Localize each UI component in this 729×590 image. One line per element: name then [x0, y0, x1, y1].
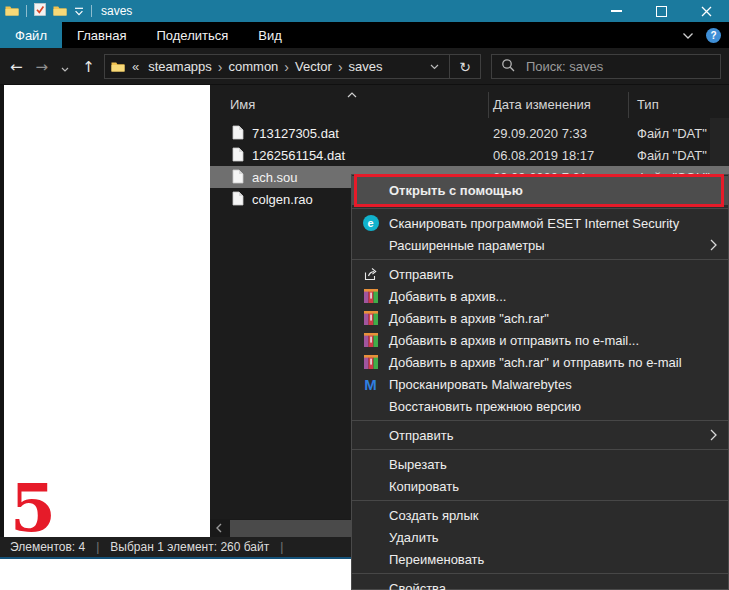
qat-separator: [91, 5, 92, 17]
close-icon: [701, 6, 712, 17]
navigation-toolbar: ← → ↑ « steamapps › common › Vector › sa…: [0, 48, 729, 85]
column-header-name[interactable]: Имя: [230, 97, 255, 112]
file-row-1262561154[interactable]: 1262561154.dat 06.08.2019 18:17 Файл "DA…: [210, 144, 729, 166]
tab-file[interactable]: Файл: [0, 22, 62, 48]
menu-item-archive-named-and-email[interactable]: Добавить в архив "ach.rar" и отправить п…: [352, 351, 728, 373]
breadcrumb-steamapps[interactable]: steamapps: [142, 59, 218, 74]
menu-separator: [352, 420, 728, 421]
selection-info: Выбран 1 элемент: 260 байт: [110, 540, 269, 554]
scroll-left-arrow-icon[interactable]: [210, 519, 228, 537]
menu-item-copy[interactable]: Копировать: [352, 475, 728, 497]
window-controls: [594, 0, 729, 22]
menu-item-create-shortcut[interactable]: Создать ярлык: [352, 504, 728, 526]
winrar-icon: [363, 332, 379, 348]
menu-item-add-to-archive-named[interactable]: Добавить в архив "ach.rar": [352, 307, 728, 329]
column-divider[interactable]: [628, 92, 629, 118]
menu-item-open-with[interactable]: Открыть с помощью: [352, 176, 728, 205]
menu-separator: [352, 259, 728, 260]
back-button[interactable]: ←: [10, 58, 23, 76]
file-name: colgen.rao: [252, 192, 313, 207]
ribbon-right-controls: ?: [682, 22, 729, 48]
new-folder-icon[interactable]: [53, 2, 67, 20]
search-icon: [501, 58, 515, 76]
menu-item-cut[interactable]: Вырезать: [352, 453, 728, 475]
maximize-button[interactable]: [639, 0, 684, 22]
menu-separator: [352, 500, 728, 501]
submenu-chevron-icon: [710, 429, 717, 441]
recent-locations-chevron-icon[interactable]: [61, 58, 69, 76]
properties-check-icon[interactable]: [34, 2, 46, 20]
share-icon: [363, 266, 379, 282]
address-dropdown-chevron-icon[interactable]: [420, 64, 449, 70]
menu-separator: [352, 208, 728, 209]
eset-icon: e: [363, 215, 379, 231]
customize-qat-chevron-icon[interactable]: [74, 2, 84, 20]
tab-view[interactable]: Вид: [243, 22, 297, 48]
tab-home[interactable]: Главная: [62, 22, 141, 48]
address-bar-right: ↻: [420, 55, 480, 78]
titlebar: saves: [0, 0, 729, 22]
column-header-date[interactable]: Дата изменения: [493, 97, 591, 112]
file-name: 1262561154.dat: [252, 148, 345, 163]
context-menu: Открыть с помощью e Сканировать программ…: [351, 174, 729, 590]
address-bar[interactable]: « steamapps › common › Vector › saves ↻: [104, 54, 481, 79]
menu-item-eset-scan[interactable]: e Сканировать программой ESET Internet S…: [352, 212, 728, 234]
refresh-button[interactable]: ↻: [450, 59, 480, 75]
status-divider: |: [280, 540, 283, 554]
column-headers: Имя Дата изменения Тип: [210, 90, 729, 118]
menu-item-send-to[interactable]: Отправить: [352, 424, 728, 446]
winrar-icon: [363, 354, 379, 370]
close-button[interactable]: [684, 0, 729, 22]
window-title: saves: [101, 4, 132, 18]
file-type: Файл "DAT": [637, 126, 707, 141]
menu-item-properties[interactable]: Свойства: [352, 577, 728, 590]
file-icon: [232, 169, 244, 184]
file-name: 713127305.dat: [252, 126, 339, 141]
search-box[interactable]: [491, 54, 721, 79]
file-row-713127305[interactable]: 713127305.dat 29.09.2020 7:33 Файл "DAT": [210, 122, 729, 144]
menu-separator: [352, 449, 728, 450]
file-date: 29.09.2020 7:33: [493, 126, 587, 141]
search-input[interactable]: [524, 58, 711, 75]
navigation-pane: 5: [4, 85, 210, 537]
column-header-type[interactable]: Тип: [637, 97, 659, 112]
breadcrumb-vector[interactable]: Vector: [289, 59, 338, 74]
explorer-window: saves Файл Главная Поделиться Вид ? ← →: [0, 0, 729, 590]
file-type: Файл "DAT": [637, 148, 707, 163]
menu-item-restore-previous-version[interactable]: Восстановить прежнюю версию: [352, 395, 728, 417]
status-divider: |: [96, 540, 99, 554]
menu-separator: [352, 573, 728, 574]
ribbon-tab-bar: Файл Главная Поделиться Вид ?: [0, 22, 729, 48]
column-divider[interactable]: [488, 92, 489, 118]
annotation-step-number: 5: [10, 475, 56, 541]
malwarebytes-icon: M: [364, 377, 377, 392]
menu-item-rename[interactable]: Переименовать: [352, 548, 728, 570]
up-button[interactable]: ↑: [82, 58, 95, 76]
menu-item-malwarebytes-scan[interactable]: M Просканировать Malwarebytes: [352, 373, 728, 395]
help-icon[interactable]: ?: [706, 28, 721, 43]
menu-item-archive-and-email[interactable]: Добавить в архив и отправить по e-mail..…: [352, 329, 728, 351]
breadcrumb-overflow[interactable]: «: [129, 59, 142, 74]
maximize-icon: [656, 6, 667, 17]
minimize-button[interactable]: [594, 0, 639, 22]
forward-button[interactable]: →: [36, 58, 49, 76]
minimize-icon: [611, 10, 622, 11]
app-folder-icon: [5, 2, 19, 20]
menu-item-advanced-options[interactable]: Расширенные параметры: [352, 234, 728, 256]
file-date: 06.08.2019 18:17: [493, 148, 594, 163]
file-name: ach.sou: [252, 170, 298, 185]
winrar-icon: [363, 310, 379, 326]
tab-share[interactable]: Поделиться: [141, 22, 243, 48]
menu-item-delete[interactable]: Удалить: [352, 526, 728, 548]
breadcrumb-common[interactable]: common: [223, 59, 285, 74]
menu-item-add-to-archive[interactable]: Добавить в архив...: [352, 285, 728, 307]
sort-ascending-icon: [347, 86, 357, 101]
file-icon: [232, 147, 244, 162]
file-icon: [232, 125, 244, 140]
menu-item-share[interactable]: Отправить: [352, 263, 728, 285]
breadcrumb-saves[interactable]: saves: [343, 59, 389, 74]
qat-separator: [26, 5, 27, 17]
winrar-icon: [363, 288, 379, 304]
nav-buttons: ← → ↑: [10, 48, 95, 85]
collapse-ribbon-chevron-icon[interactable]: [682, 28, 694, 43]
